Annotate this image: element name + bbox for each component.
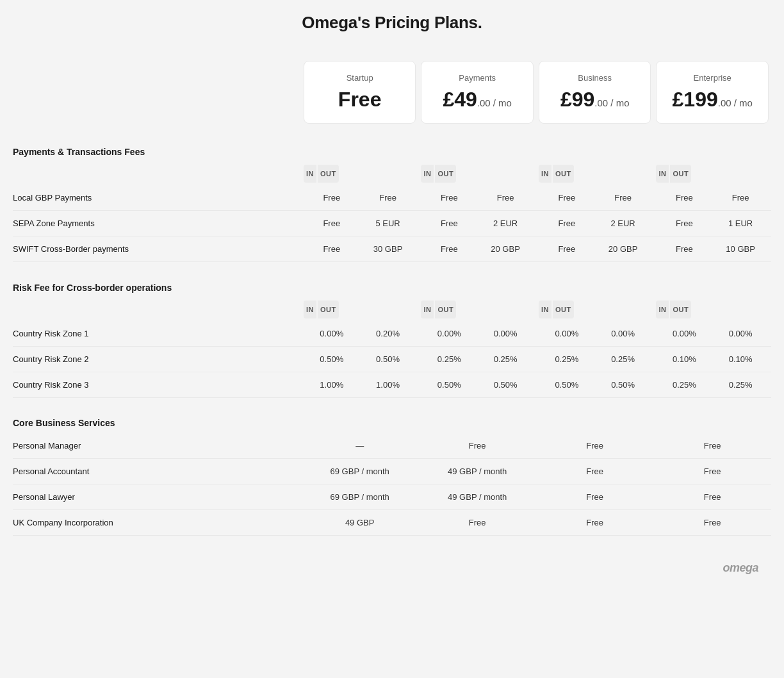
- in-label: IN: [421, 301, 434, 318]
- in-label: IN: [304, 165, 316, 183]
- plan-header-startup: Startup Free: [304, 61, 416, 124]
- plan-headers-row: Startup Free Payments £49.00 / mo Busine…: [13, 58, 771, 126]
- in-value: Free: [656, 211, 712, 236]
- table-row: Personal Lawyer69 GBP / month49 GBP / mo…: [13, 484, 771, 510]
- in-label: IN: [656, 165, 669, 183]
- plan-value: Free: [653, 510, 771, 536]
- plan-value: 49 GBP: [301, 510, 419, 536]
- feature-label: Local GBP Payments: [13, 185, 301, 211]
- in-value: Free: [539, 185, 595, 210]
- table-row: Personal Manager—FreeFreeFree: [13, 433, 771, 459]
- out-label: OUT: [435, 301, 456, 318]
- section-label-0: Payments & Transactions Fees: [13, 139, 771, 162]
- out-value: Free: [477, 185, 534, 210]
- feature-label: Country Risk Zone 1: [13, 321, 301, 347]
- in-label: IN: [539, 165, 551, 183]
- in-value: 0.50%: [304, 347, 360, 372]
- feature-label: Personal Lawyer: [13, 484, 301, 510]
- out-value: 20 GBP: [477, 236, 534, 261]
- in-value: 0.50%: [421, 372, 477, 397]
- plan-value: Free: [653, 484, 771, 510]
- out-value: 0.25%: [595, 347, 651, 372]
- out-value: 0.50%: [595, 372, 651, 397]
- pricing-table: Startup Free Payments £49.00 / mo Busine…: [13, 52, 771, 555]
- section-inout-header-1: IN OUT IN OUT IN OUT IN OUT: [13, 298, 771, 321]
- plan-value: Free: [653, 433, 771, 459]
- section-label-2: Core Business Services: [13, 410, 771, 433]
- in-value: 0.00%: [539, 321, 595, 346]
- out-value: 5 EUR: [360, 211, 416, 236]
- table-row: Country Risk Zone 3 1.00% 1.00% 0.50% 0.…: [13, 372, 771, 397]
- feature-label: UK Company Incorporation: [13, 510, 301, 536]
- plan-header-enterprise: Enterprise £199.00 / mo: [656, 61, 769, 124]
- plan-value: 49 GBP / month: [418, 484, 536, 510]
- plan-value: 69 GBP / month: [301, 484, 419, 510]
- plan-value: 49 GBP / month: [418, 459, 536, 484]
- in-value: Free: [539, 236, 595, 261]
- table-row: SEPA Zone Payments Free 5 EUR Free 2 EUR…: [13, 211, 771, 236]
- plan-value: Free: [536, 433, 654, 459]
- out-value: 0.20%: [360, 321, 416, 346]
- out-value: 1.00%: [360, 372, 416, 397]
- in-value: 0.00%: [304, 321, 360, 346]
- plan-value: Free: [418, 433, 536, 459]
- in-value: Free: [421, 185, 477, 210]
- out-value: 0.50%: [360, 347, 416, 372]
- out-value: 0.00%: [477, 321, 534, 346]
- feature-label: Personal Accountant: [13, 459, 301, 484]
- out-value: Free: [595, 185, 651, 210]
- table-row: UK Company Incorporation49 GBPFreeFreeFr…: [13, 510, 771, 536]
- in-value: 0.25%: [656, 372, 712, 397]
- out-label: OUT: [553, 165, 574, 183]
- feature-label: Country Risk Zone 3: [13, 372, 301, 397]
- in-value: 0.50%: [539, 372, 595, 397]
- out-value: 0.00%: [712, 321, 769, 346]
- table-row: Country Risk Zone 1 0.00% 0.20% 0.00% 0.…: [13, 321, 771, 347]
- out-label: OUT: [318, 165, 339, 183]
- watermark: omega: [13, 555, 771, 575]
- section-inout-header-0: IN OUT IN OUT IN OUT IN OUT: [13, 162, 771, 185]
- out-value: Free: [712, 185, 769, 210]
- plan-value: Free: [653, 459, 771, 484]
- in-value: Free: [304, 236, 360, 261]
- in-label: IN: [421, 165, 434, 183]
- in-value: Free: [656, 236, 712, 261]
- table-row: Country Risk Zone 2 0.50% 0.50% 0.25% 0.…: [13, 346, 771, 372]
- plan-value: Free: [536, 510, 654, 536]
- out-value: 0.50%: [477, 372, 534, 397]
- feature-label: SWIFT Cross-Border payments: [13, 236, 301, 262]
- feature-label: Personal Manager: [13, 433, 301, 459]
- in-label: IN: [539, 301, 551, 318]
- in-value: 0.25%: [421, 347, 477, 372]
- plan-value: 69 GBP / month: [301, 459, 419, 484]
- feature-label: SEPA Zone Payments: [13, 211, 301, 236]
- out-label: OUT: [435, 165, 456, 183]
- out-value: 0.00%: [595, 321, 651, 346]
- table-row: Local GBP Payments Free Free Free Free F…: [13, 185, 771, 211]
- in-value: 0.10%: [656, 347, 712, 372]
- out-label: OUT: [553, 301, 574, 318]
- out-value: 1 EUR: [712, 211, 769, 236]
- plan-header-payments: Payments £49.00 / mo: [421, 61, 534, 124]
- out-value: 30 GBP: [360, 236, 416, 261]
- out-value: 10 GBP: [712, 236, 769, 261]
- out-label: OUT: [670, 301, 691, 318]
- in-value: Free: [539, 211, 595, 236]
- out-value: 2 EUR: [477, 211, 534, 236]
- in-value: Free: [656, 185, 712, 210]
- out-label: OUT: [318, 301, 339, 318]
- out-label: OUT: [670, 165, 691, 183]
- plan-header-business: Business £99.00 / mo: [539, 61, 651, 124]
- in-value: Free: [304, 185, 360, 210]
- in-value: Free: [421, 236, 477, 261]
- in-value: Free: [304, 211, 360, 236]
- out-value: 0.10%: [712, 347, 769, 372]
- in-label: IN: [656, 301, 669, 318]
- table-row: SWIFT Cross-Border payments Free 30 GBP …: [13, 236, 771, 262]
- out-value: 20 GBP: [595, 236, 651, 261]
- page-title: Omega's Pricing Plans.: [13, 13, 771, 33]
- table-row: Personal Accountant69 GBP / month49 GBP …: [13, 459, 771, 484]
- out-value: Free: [360, 185, 416, 210]
- plan-value: Free: [536, 459, 654, 484]
- plan-value: —: [301, 433, 419, 459]
